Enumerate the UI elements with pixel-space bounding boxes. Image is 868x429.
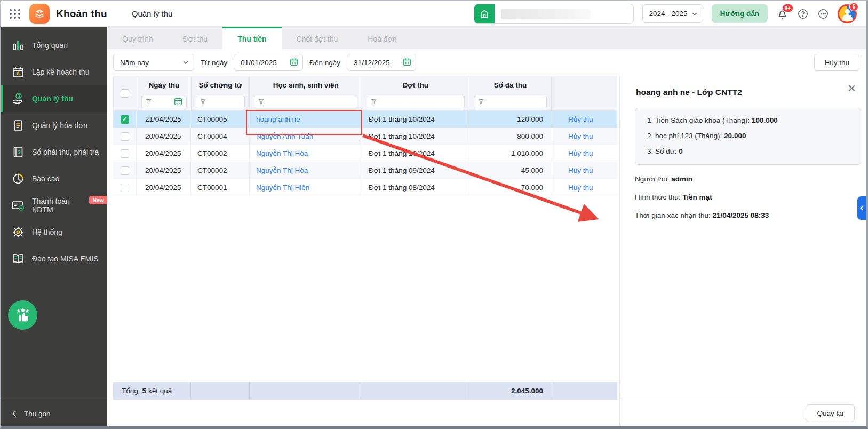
sidebar-item-7[interactable]: Hệ thống: [1, 219, 107, 245]
close-icon[interactable]: ×: [848, 81, 856, 95]
sidebar-item-3[interactable]: Quản lý hóa đơn: [1, 112, 107, 139]
row-checkbox[interactable]: [121, 184, 129, 192]
cell-so-chung-tu: CT00002: [191, 162, 250, 179]
invoice-icon: [11, 119, 25, 132]
main-area: Quy trìnhĐợt thuThu tiềnChốt đợt thuHoá …: [107, 27, 866, 426]
row-checkbox[interactable]: [121, 132, 129, 141]
sidebar-item-5[interactable]: Báo cáo: [1, 165, 107, 192]
tab-1[interactable]: Đợt thu: [168, 27, 223, 49]
sidebar-item-0[interactable]: Tổng quan: [1, 32, 107, 59]
redacted-school-name: [501, 9, 591, 19]
sidebar-item-label: Quản lý thu: [32, 94, 73, 103]
sidebar-item-4[interactable]: $Sổ phải thu, phải trả: [1, 139, 107, 165]
sidebar-item-1[interactable]: $Lập kế hoạch thu: [1, 59, 107, 85]
table-row[interactable]: 20/04/2025CT00001Nguyễn Thị HiềnĐợt 1 th…: [113, 179, 617, 196]
cancel-collection-link[interactable]: Hủy thu: [568, 184, 593, 192]
table-row[interactable]: ✓21/04/2025CT00005hoang anh neĐợt 1 thán…: [113, 111, 617, 128]
hand-coin-icon: $: [11, 92, 25, 106]
calendar-icon[interactable]: [174, 97, 182, 107]
select-all-checkbox[interactable]: [121, 89, 129, 98]
to-date-input[interactable]: 31/12/2025: [347, 54, 416, 71]
to-date-value: 31/12/2025: [354, 59, 390, 67]
cell-ngay-thu: 20/04/2025: [137, 179, 191, 196]
open-book-icon: [11, 252, 25, 265]
notification-badge: 9+: [782, 4, 793, 12]
fee-item-value: 0: [679, 147, 683, 155]
calendar-icon[interactable]: [290, 58, 298, 68]
school-year-value: 2024 - 2025: [649, 10, 688, 18]
cancel-collection-link[interactable]: Hủy thu: [568, 166, 593, 174]
fee-item: 3. Số dư: 0: [647, 147, 849, 155]
chevron-down-icon: [183, 61, 188, 64]
sidebar-item-6[interactable]: Thanh toán KDTMNew: [1, 192, 107, 219]
avatar-badge: 5: [849, 3, 858, 11]
app-logo-icon: $: [29, 4, 50, 24]
filter-so-da-thu-input[interactable]: [474, 96, 547, 108]
table-row[interactable]: 20/04/2025CT00002Nguyễn Thị HòaĐợt 1 thá…: [113, 145, 617, 162]
filter-dot-thu-input[interactable]: [367, 96, 465, 108]
home-school-icon[interactable]: [474, 4, 495, 24]
filter-so-chung-tu-input[interactable]: [196, 96, 245, 108]
student-link[interactable]: Nguyễn Thị Hòa: [256, 166, 308, 174]
detail-field-value: admin: [671, 175, 692, 183]
detail-field-label: Người thu:: [635, 175, 669, 183]
total-label: Tổng:: [122, 387, 140, 395]
table-header: Ngày thu Số chứng từ Học sinh, sinh viên…: [113, 76, 617, 111]
svg-text:$: $: [18, 149, 21, 155]
panel-expand-tab[interactable]: [857, 196, 866, 220]
tab-0[interactable]: Quy trình: [107, 27, 168, 49]
column-header-label: Học sinh, sinh viên: [250, 76, 362, 93]
tab-3[interactable]: Chốt đợt thu: [282, 27, 353, 49]
notification-bell-icon[interactable]: 9+: [776, 7, 789, 20]
student-link[interactable]: Nguyễn Thị Hòa: [256, 149, 308, 157]
period-select[interactable]: Năm nay: [113, 54, 194, 71]
column-dot-thu: Đợt thu: [362, 76, 469, 110]
filter-hoc-sinh-input[interactable]: [254, 96, 357, 108]
sidebar-collapse-button[interactable]: Thu gọn: [1, 401, 107, 426]
cancel-collection-link[interactable]: Hủy thu: [568, 149, 593, 157]
sidebar-item-2[interactable]: $Quản lý thu: [1, 85, 107, 112]
calendar-money-icon: $: [11, 66, 25, 78]
from-date-label: Từ ngày: [201, 59, 227, 67]
school-search-box[interactable]: [474, 4, 634, 24]
app-window: $ Khoản thu Quản lý thu 2024 - 2025 Hướn…: [0, 0, 868, 429]
more-options-icon[interactable]: [817, 8, 829, 20]
fee-item-value: 20.000: [724, 132, 746, 140]
row-checkbox[interactable]: [121, 166, 129, 175]
row-checkbox[interactable]: ✓: [121, 115, 129, 124]
from-date-input[interactable]: 01/01/2025: [234, 54, 303, 71]
cancel-collection-link[interactable]: Hủy thu: [568, 115, 593, 123]
filter-ngay-thu-input[interactable]: [141, 96, 187, 108]
fee-item: 1. Tiền Sách giáo khoa (Tháng): 100.000: [647, 116, 849, 124]
table-area: Ngày thu Số chứng từ Học sinh, sinh viên…: [107, 76, 619, 426]
cancel-collection-link[interactable]: Hủy thu: [568, 132, 593, 140]
detail-panel: × hoang anh ne - Lớp CNTT2 1. Tiền Sách …: [620, 76, 866, 426]
user-avatar[interactable]: 5: [838, 4, 857, 23]
app-launcher-icon[interactable]: [10, 9, 21, 19]
student-link[interactable]: hoang anh ne: [256, 115, 300, 123]
pie-chart-icon: [11, 172, 25, 185]
table-row[interactable]: 20/04/2025CT00004Nguyễn Anh TuấnĐợt 1 th…: [113, 128, 617, 145]
tab-4[interactable]: Hoá đơn: [353, 27, 411, 49]
school-year-select[interactable]: 2024 - 2025: [642, 4, 703, 23]
fee-item-label: 3. Số dư:: [647, 147, 677, 155]
sidebar-item-label: Lập kế hoạch thu: [32, 68, 89, 76]
row-checkbox[interactable]: [121, 149, 129, 158]
calendar-icon[interactable]: [403, 58, 411, 68]
student-link[interactable]: Nguyễn Anh Tuấn: [256, 132, 313, 140]
column-header-label: Số đã thu: [469, 76, 552, 93]
cancel-collection-button[interactable]: Hủy thu: [814, 54, 859, 71]
guide-button[interactable]: Hướng dẫn: [712, 4, 768, 23]
fee-item-label: 2. học phí 123 (Tháng):: [647, 132, 722, 140]
from-date-value: 01/01/2025: [241, 59, 277, 67]
table-row[interactable]: 20/04/2025CT00002Nguyễn Thị HòaĐợt 1 thá…: [113, 162, 617, 179]
tab-2[interactable]: Thu tiền: [222, 27, 281, 49]
to-date-label: Đến ngày: [309, 59, 340, 67]
student-link[interactable]: Nguyễn Thị Hiền: [256, 184, 309, 192]
help-icon[interactable]: [797, 8, 809, 20]
back-button[interactable]: Quay lại: [806, 404, 855, 422]
sidebar-item-8[interactable]: Đào tạo MISA EMIS: [1, 245, 107, 272]
topbar-menu-quan-ly-thu[interactable]: Quản lý thu: [132, 9, 173, 18]
feedback-thumbs-up-icon[interactable]: [8, 300, 37, 330]
sidebar-item-label: Thanh toán KDTM: [32, 197, 85, 214]
